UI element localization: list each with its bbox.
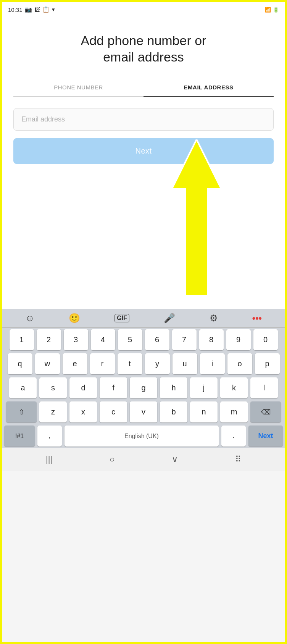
- key-4[interactable]: 4: [91, 329, 115, 350]
- key-7[interactable]: 7: [172, 329, 197, 350]
- tabs-container: PHONE NUMBER EMAIL ADDRESS: [13, 84, 274, 97]
- key-h[interactable]: h: [160, 377, 187, 398]
- gif-icon[interactable]: GIF: [114, 314, 129, 322]
- key-a[interactable]: a: [9, 377, 37, 398]
- key-0[interactable]: 0: [253, 329, 278, 350]
- tab-phone[interactable]: PHONE NUMBER: [13, 84, 144, 97]
- image-icon: 🖼: [34, 6, 40, 13]
- keyboard-next-key[interactable]: Next: [248, 426, 283, 447]
- nav-bar: ||| ○ ∨ ⠿: [2, 448, 285, 471]
- back-nav-icon[interactable]: |||: [46, 455, 52, 464]
- key-m[interactable]: m: [220, 401, 248, 422]
- status-bar: 10:31 📷 🖼 📋 ▾ 📶 🔋: [2, 2, 285, 17]
- status-bar-left: 10:31 📷 🖼 📋 ▾: [8, 6, 55, 13]
- key-q[interactable]: q: [8, 353, 32, 374]
- key-c[interactable]: c: [100, 401, 127, 422]
- key-9[interactable]: 9: [226, 329, 251, 350]
- key-j[interactable]: j: [190, 377, 218, 398]
- sticker-icon[interactable]: 🙂: [69, 313, 80, 324]
- space-key[interactable]: English (UK): [64, 426, 219, 447]
- key-g[interactable]: g: [130, 377, 157, 398]
- apps-nav-icon[interactable]: ⠿: [235, 455, 241, 464]
- email-input-container: [13, 108, 274, 131]
- more-icon[interactable]: •••: [252, 313, 262, 324]
- key-t[interactable]: t: [118, 353, 142, 374]
- email-input[interactable]: [13, 108, 274, 131]
- key-s[interactable]: s: [39, 377, 67, 398]
- yellow-arrow-annotation: [172, 139, 221, 298]
- empty-space: [2, 183, 285, 309]
- backspace-key[interactable]: ⌫: [250, 401, 281, 422]
- recents-nav-icon[interactable]: ∨: [172, 455, 178, 464]
- key-w[interactable]: w: [35, 353, 60, 374]
- row-bottom: !#1 , English (UK) . Next: [2, 424, 285, 448]
- main-content: Add phone number oremail address PHONE N…: [2, 17, 285, 183]
- clipboard-icon: 📋: [42, 6, 50, 13]
- key-e[interactable]: e: [63, 353, 87, 374]
- keyboard-toolbar: ☺ 🙂 GIF 🎤 ⚙ •••: [2, 309, 285, 328]
- key-k[interactable]: k: [220, 377, 248, 398]
- key-o[interactable]: o: [227, 353, 252, 374]
- status-bar-right: 📶 🔋: [265, 7, 279, 13]
- key-2[interactable]: 2: [37, 329, 61, 350]
- key-x[interactable]: x: [69, 401, 97, 422]
- key-d[interactable]: d: [69, 377, 97, 398]
- symbol-key[interactable]: !#1: [4, 426, 35, 447]
- signal-icon: 📶: [265, 7, 271, 13]
- home-nav-icon[interactable]: ○: [110, 455, 114, 464]
- row-qwerty: q w e r t y u i o p: [2, 352, 285, 376]
- camera-icon: 📷: [25, 6, 32, 13]
- keyboard: ☺ 🙂 GIF 🎤 ⚙ ••• 1 2 3 4 5 6 7 8 9 0 q w …: [2, 309, 285, 448]
- key-u[interactable]: u: [173, 353, 197, 374]
- number-row: 1 2 3 4 5 6 7 8 9 0: [2, 328, 285, 352]
- key-3[interactable]: 3: [64, 329, 88, 350]
- page-title: Add phone number oremail address: [13, 32, 274, 65]
- key-p[interactable]: p: [255, 353, 280, 374]
- next-button[interactable]: Next: [13, 138, 274, 164]
- row-asdf: a s d f g h j k l: [2, 376, 285, 400]
- period-key[interactable]: .: [221, 426, 246, 447]
- key-v[interactable]: v: [130, 401, 157, 422]
- settings-icon[interactable]: ⚙: [210, 313, 218, 324]
- key-n[interactable]: n: [190, 401, 218, 422]
- key-i[interactable]: i: [200, 353, 225, 374]
- row-zxcv: ⇧ z x c v b n m ⌫: [2, 400, 285, 424]
- mic-icon[interactable]: 🎤: [164, 313, 175, 324]
- key-5[interactable]: 5: [118, 329, 142, 350]
- svg-marker-0: [172, 139, 221, 296]
- key-b[interactable]: b: [160, 401, 187, 422]
- dropdown-icon: ▾: [52, 6, 55, 13]
- key-1[interactable]: 1: [10, 329, 34, 350]
- key-6[interactable]: 6: [145, 329, 169, 350]
- time: 10:31: [8, 6, 23, 13]
- key-r[interactable]: r: [90, 353, 115, 374]
- emoji-icon[interactable]: ☺: [25, 313, 35, 324]
- key-z[interactable]: z: [39, 401, 67, 422]
- key-l[interactable]: l: [250, 377, 278, 398]
- key-f[interactable]: f: [100, 377, 127, 398]
- battery-icon: 🔋: [273, 7, 279, 13]
- key-8[interactable]: 8: [199, 329, 224, 350]
- tab-email[interactable]: EMAIL ADDRESS: [144, 84, 274, 97]
- comma-key[interactable]: ,: [37, 426, 62, 447]
- key-y[interactable]: y: [145, 353, 170, 374]
- shift-key[interactable]: ⇧: [6, 401, 37, 422]
